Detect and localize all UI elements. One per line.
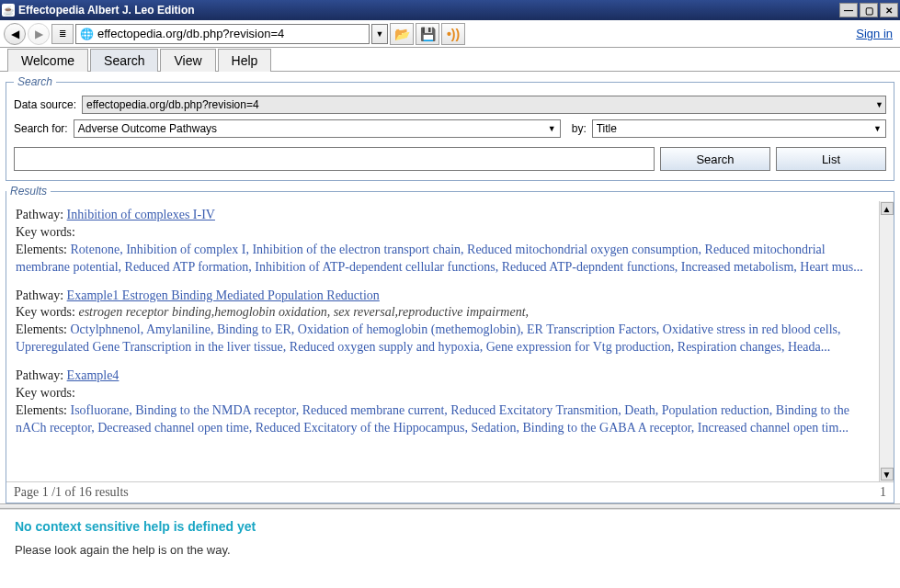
tab-view[interactable]: View (160, 49, 215, 72)
keywords-label: Key words: (16, 305, 78, 319)
search-button[interactable]: Search (660, 147, 770, 171)
tab-help[interactable]: Help (218, 49, 272, 72)
nav-toolbar: ◀ ▶ ≣ 🌐 effectopedia.org/db.php?revision… (0, 20, 900, 48)
content-area: Search Data source: effectopedia.org/db.… (0, 72, 900, 503)
search-for-value: Adverse Outcome Pathways (78, 122, 217, 135)
rss-button[interactable]: •)) (441, 23, 465, 45)
minimize-button[interactable]: — (839, 3, 858, 17)
pathway-label: Pathway: (16, 288, 67, 302)
elements-text[interactable]: Rotenone, Inhibition of complex I, Inhib… (16, 243, 863, 274)
pathway-link[interactable]: Inhibition of complexes I-IV (67, 208, 215, 221)
maximize-button[interactable]: ▢ (860, 3, 878, 17)
result-item: Pathway: Inhibition of complexes I-IV Ke… (16, 207, 872, 277)
search-for-label: Search for: (14, 122, 68, 135)
url-text: effectopedia.org/db.php?revision=4 (97, 27, 365, 40)
elements-label: Elements: (16, 243, 71, 256)
url-source-icon[interactable]: ≣ (51, 24, 74, 44)
help-panel: No context sensitive help is defined yet… (0, 509, 900, 588)
list-button[interactable]: List (776, 147, 886, 171)
data-source-value: effectopedia.org/db.php?revision=4 (86, 98, 259, 111)
pager-page: 1 (880, 485, 886, 500)
keywords-label: Key words: (16, 225, 75, 239)
data-source-label: Data source: (14, 98, 76, 111)
open-folder-button[interactable]: 📂 (390, 23, 414, 45)
pathway-link[interactable]: Example1 Estrogen Binding Mediated Popul… (67, 288, 380, 302)
globe-icon: 🌐 (80, 28, 94, 40)
chevron-down-icon: ▼ (875, 100, 883, 109)
search-panel: Search Data source: effectopedia.org/db.… (6, 75, 894, 181)
chevron-down-icon: ▼ (873, 124, 882, 133)
pathway-link[interactable]: Example4 (67, 368, 120, 382)
window-title: Effectopedia Albert J. Leo Edition (18, 4, 195, 17)
pager: Page 1 /1 of 16 results 1 (6, 481, 894, 503)
search-input[interactable] (14, 147, 655, 171)
result-item: Pathway: Example4 Key words: Elements: I… (16, 368, 872, 437)
elements-text[interactable]: Octylphnenol, Amylaniline, Binding to ER… (16, 322, 840, 354)
search-for-select[interactable]: Adverse Outcome Pathways ▼ (74, 119, 561, 138)
by-value: Title (597, 122, 617, 135)
elements-label: Elements: (16, 322, 71, 336)
data-source-select[interactable]: effectopedia.org/db.php?revision=4 ▼ (82, 96, 886, 114)
results-legend: Results (6, 185, 51, 198)
title-bar: ☕ Effectopedia Albert J. Leo Edition — ▢… (0, 0, 900, 20)
help-body: Please look again the help is on the way… (15, 543, 885, 557)
tab-search[interactable]: Search (90, 49, 158, 72)
elements-text[interactable]: Isofluorane, Binding to the NMDA recepto… (16, 403, 849, 435)
keywords-label: Key words: (16, 386, 75, 400)
scroll-track[interactable] (881, 216, 894, 467)
scroll-down-icon[interactable]: ▼ (881, 468, 894, 481)
help-title: No context sensitive help is defined yet (15, 519, 885, 534)
pager-status: Page 1 /1 of 16 results (14, 485, 129, 500)
pathway-label: Pathway: (16, 208, 67, 221)
tab-bar: Welcome Search View Help (0, 48, 900, 72)
elements-label: Elements: (16, 403, 71, 417)
results-panel: Results Pathway: Inhibition of complexes… (6, 185, 894, 503)
close-button[interactable]: ✕ (880, 3, 898, 17)
back-button[interactable]: ◀ (4, 23, 26, 45)
forward-button[interactable]: ▶ (28, 23, 50, 45)
url-dropdown[interactable]: ▼ (371, 24, 388, 44)
result-item: Pathway: Example1 Estrogen Binding Media… (16, 288, 872, 357)
sign-in-link[interactable]: Sign in (856, 27, 893, 40)
url-bar[interactable]: 🌐 effectopedia.org/db.php?revision=4 (75, 24, 370, 44)
scrollbar[interactable]: ▲ ▼ (879, 201, 894, 481)
scroll-up-icon[interactable]: ▲ (881, 202, 894, 215)
keywords-text: estrogen receptor binding,hemoglobin oxi… (78, 305, 529, 319)
save-button[interactable]: 💾 (416, 23, 439, 45)
tab-welcome[interactable]: Welcome (7, 49, 88, 72)
chevron-down-icon: ▼ (548, 124, 556, 133)
search-legend: Search (14, 75, 56, 88)
pathway-label: Pathway: (16, 368, 67, 382)
by-label: by: (572, 122, 587, 135)
java-icon: ☕ (2, 4, 15, 17)
results-list: Pathway: Inhibition of complexes I-IV Ke… (6, 201, 879, 481)
by-select[interactable]: Title ▼ (592, 119, 886, 138)
